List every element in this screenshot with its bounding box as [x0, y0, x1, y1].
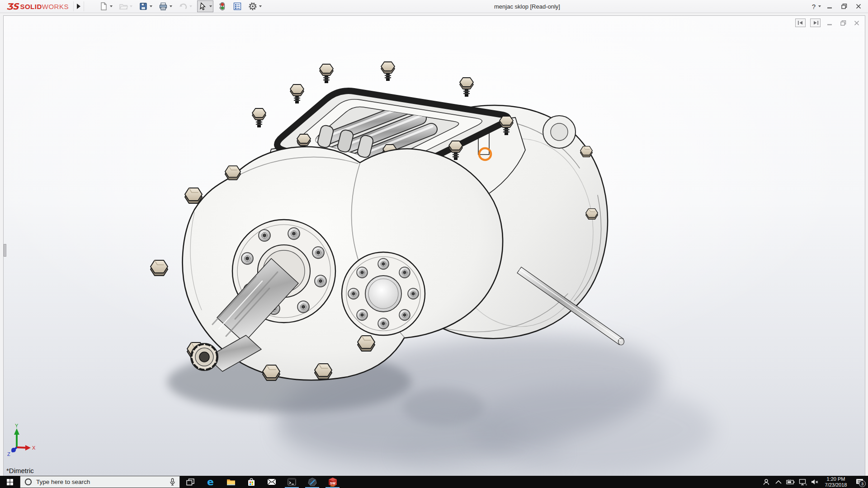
window-controls: ? [811, 0, 864, 13]
taskbar-store-button[interactable] [241, 476, 261, 488]
select-dropdown-caret[interactable] [209, 5, 212, 7]
triad-x-label: X [32, 445, 36, 450]
arrow-right-box-icon [812, 20, 819, 25]
new-document-button[interactable] [98, 0, 114, 12]
doc-close-button[interactable] [852, 19, 861, 27]
rebuild-button[interactable] [217, 0, 228, 12]
viewport-frame: Y X Z *Dimetric [0, 13, 868, 476]
solidworks-2017-icon: SW 2017 [328, 477, 338, 487]
previous-document-button[interactable] [795, 19, 806, 27]
next-document-button[interactable] [810, 19, 821, 27]
menu-flyout-button[interactable] [73, 1, 84, 11]
clock-date: 7/23/2018 [825, 482, 847, 488]
taskbar-solidworks-button[interactable]: SW 2017 [322, 476, 343, 488]
help-dropdown-caret[interactable] [818, 5, 821, 7]
triad-z-label: Z [7, 451, 10, 457]
taskbar-hexagon-app-button[interactable] [302, 476, 322, 488]
start-button[interactable] [0, 476, 20, 488]
cortana-icon [24, 478, 32, 486]
save-button[interactable] [137, 0, 154, 12]
document-window-controls [795, 19, 861, 27]
volume-muted-icon [811, 479, 819, 485]
search-placeholder: Type here to search [36, 479, 165, 485]
open-folder-icon [119, 2, 128, 11]
action-center-button[interactable]: 3 [851, 476, 868, 488]
help-button[interactable]: ? [811, 1, 821, 11]
taskbar-search-input[interactable]: Type here to search [20, 476, 180, 488]
options-dropdown-caret[interactable] [259, 5, 262, 7]
taskbar-command-prompt-button[interactable] [282, 476, 302, 488]
people-button[interactable] [760, 476, 772, 488]
rebuild-traffic-light-icon [218, 2, 226, 11]
volume-button[interactable] [809, 476, 821, 488]
clock-time: 1:20 PM [827, 476, 845, 482]
solidworks-logo-works: WORKS [42, 3, 69, 10]
title-bar: ƷS SOLIDWORKS [0, 0, 868, 13]
tray-overflow-button[interactable] [772, 476, 784, 488]
battery-status-button[interactable] [784, 476, 797, 488]
help-label: ? [811, 3, 816, 10]
microsoft-store-icon [247, 478, 255, 486]
task-view-icon [186, 479, 194, 486]
command-prompt-icon [288, 478, 296, 486]
solidworks-logo-solid: SOLID [20, 3, 42, 10]
doc-minimize-button[interactable] [825, 19, 834, 27]
graphics-area[interactable]: Y X Z *Dimetric [3, 15, 865, 476]
gearbox-model [151, 62, 624, 380]
select-tool-button[interactable] [197, 0, 213, 12]
doc-restore-button[interactable] [839, 19, 848, 27]
open-dropdown-caret[interactable] [130, 5, 132, 7]
view-triad: Y X Z [7, 423, 36, 457]
options-gear-icon [248, 2, 257, 11]
minimize-icon [827, 4, 832, 9]
print-button[interactable] [157, 0, 174, 12]
task-view-button[interactable] [180, 476, 200, 488]
gearbox-model-view[interactable]: Y X Z *Dimetric [4, 16, 865, 476]
mail-icon [267, 479, 276, 485]
battery-charging-icon [786, 479, 795, 485]
doc-minimize-icon [827, 20, 832, 26]
microphone-icon[interactable] [170, 478, 175, 486]
solidworks-icon-year-label: 2017 [330, 484, 335, 487]
undo-dropdown-caret[interactable] [189, 5, 192, 7]
undo-icon [179, 2, 188, 11]
close-icon [856, 4, 861, 9]
file-properties-button[interactable] [231, 0, 243, 12]
save-icon [139, 2, 148, 11]
window-title: menjac sklop [Read-only] [494, 3, 560, 10]
windows-logo-icon [7, 479, 13, 485]
solidworks-logo-mark: ƷS [6, 1, 18, 11]
taskbar-file-explorer-button[interactable] [221, 476, 241, 488]
print-dropdown-caret[interactable] [170, 5, 172, 7]
chevron-up-icon [775, 480, 782, 484]
view-orientation-label: *Dimetric [6, 467, 34, 474]
restore-icon [841, 4, 847, 9]
restore-button[interactable] [838, 1, 850, 11]
taskbar-edge-button[interactable]: e [200, 476, 221, 488]
taskbar-mail-button[interactable] [261, 476, 282, 488]
save-dropdown-caret[interactable] [150, 5, 152, 7]
print-icon [159, 2, 168, 11]
new-dropdown-caret[interactable] [110, 5, 113, 7]
doc-restore-icon [840, 20, 846, 26]
arrow-left-box-icon [797, 20, 804, 25]
triad-y-label: Y [15, 423, 19, 428]
right-bearing-cover [342, 252, 425, 335]
open-button[interactable] [118, 0, 134, 12]
close-button[interactable] [853, 1, 864, 11]
windows-taskbar: Type here to search e [0, 476, 868, 488]
options-button[interactable] [247, 0, 263, 12]
taskbar-clock[interactable]: 1:20 PM 7/23/2018 [821, 476, 851, 488]
undo-button[interactable] [177, 0, 193, 12]
ethernet-network-icon [799, 479, 807, 485]
network-status-button[interactable] [797, 476, 809, 488]
new-document-icon [99, 2, 108, 11]
flyout-arrow-icon [77, 4, 80, 9]
doc-close-icon [854, 20, 859, 26]
hexagon-app-icon [308, 478, 317, 487]
people-icon [763, 479, 770, 486]
minimize-button[interactable] [824, 1, 835, 11]
edge-icon: e [207, 478, 214, 487]
system-tray: 1:20 PM 7/23/2018 3 [760, 476, 868, 488]
select-cursor-icon [198, 2, 208, 11]
